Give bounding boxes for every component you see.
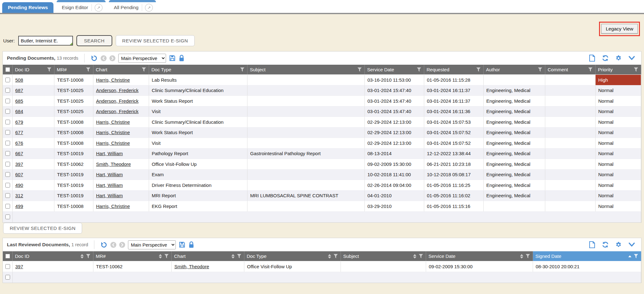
chart-link[interactable]: Harris, Christine xyxy=(96,130,130,135)
col-header-subject[interactable]: Subject xyxy=(247,65,364,75)
chart-link[interactable]: Harris, Christine xyxy=(96,140,130,146)
row-checkbox[interactable] xyxy=(5,120,10,124)
chart-link[interactable]: Hart, William xyxy=(96,182,123,188)
select-all-checkbox[interactable] xyxy=(5,254,10,259)
row-checkbox[interactable] xyxy=(5,172,10,177)
row-checkbox[interactable] xyxy=(5,215,10,219)
lock-icon[interactable] xyxy=(188,241,194,248)
col-header-subject[interactable]: Subject xyxy=(341,251,426,261)
row-checkbox-cell xyxy=(3,85,12,96)
perspective-select[interactable]: Main Perspective xyxy=(128,240,176,249)
row-checkbox[interactable] xyxy=(5,141,10,145)
chart-link[interactable]: Hart, William xyxy=(96,151,123,156)
col-header-service-date[interactable]: Service Date xyxy=(364,65,424,75)
col-header-signed-date[interactable]: Signed Date xyxy=(533,251,641,261)
save-perspective-icon[interactable] xyxy=(179,241,186,248)
row-checkbox[interactable] xyxy=(5,109,10,114)
table-row: 490TEST-10019Hart, WilliamDriver Fitness… xyxy=(3,180,641,191)
undo-icon[interactable] xyxy=(100,241,108,248)
new-document-icon[interactable] xyxy=(589,241,596,248)
collapse-chevron-icon[interactable] xyxy=(628,242,636,248)
chart-link[interactable]: Smith, Theodore xyxy=(175,264,209,269)
doc-id-link[interactable]: 312 xyxy=(15,193,23,198)
doc-id-link[interactable]: 679 xyxy=(15,119,23,125)
col-header-doc-type[interactable]: Doc Type xyxy=(149,65,247,75)
prev-perspective-icon[interactable] xyxy=(101,55,107,61)
tab-pending-reviews[interactable]: Pending Reviews xyxy=(2,2,53,13)
chart-link[interactable]: Hart, William xyxy=(96,172,123,177)
lock-icon[interactable] xyxy=(179,55,185,62)
doc-id-link[interactable]: 677 xyxy=(15,130,23,135)
gear-icon[interactable] xyxy=(615,241,622,248)
doc-id-link[interactable]: 607 xyxy=(15,172,23,177)
col-header-chart[interactable]: Chart xyxy=(93,65,149,75)
tab-all-pending[interactable]: All Pending ↗ xyxy=(109,0,156,13)
col-header-doc-type[interactable]: Doc Type xyxy=(244,251,341,261)
row-checkbox[interactable] xyxy=(5,99,10,103)
priority-cell: High xyxy=(595,75,641,85)
doc-id-link[interactable]: 490 xyxy=(15,182,23,188)
new-document-icon[interactable] xyxy=(589,54,596,62)
undo-icon[interactable] xyxy=(91,55,98,62)
chart-link[interactable]: Anderson, Frederick xyxy=(96,109,139,114)
col-header-doc-id[interactable]: Doc ID xyxy=(12,65,54,75)
next-perspective-icon[interactable] xyxy=(109,55,115,61)
doc-id-link[interactable]: 508 xyxy=(15,77,23,83)
doc-id-link[interactable]: 676 xyxy=(15,140,23,146)
col-header-mr[interactable]: MR# xyxy=(93,251,171,261)
perspective-select[interactable]: Main Perspective xyxy=(118,54,166,63)
row-checkbox[interactable] xyxy=(5,130,10,135)
priority-cell: Normal xyxy=(595,180,641,191)
row-checkbox[interactable] xyxy=(5,183,10,188)
doc-id-link[interactable]: 687 xyxy=(15,88,23,93)
row-checkbox[interactable] xyxy=(5,151,10,156)
doc-id-link[interactable]: 397 xyxy=(15,161,23,167)
col-header-doc-id[interactable]: Doc ID xyxy=(12,251,93,261)
row-checkbox[interactable] xyxy=(5,162,10,166)
col-header-author[interactable]: Author xyxy=(483,65,545,75)
row-checkbox[interactable] xyxy=(5,193,10,198)
save-perspective-icon[interactable] xyxy=(169,55,176,62)
col-header-mr[interactable]: MR# xyxy=(54,65,93,75)
row-checkbox[interactable] xyxy=(5,264,10,269)
gear-icon[interactable] xyxy=(615,55,622,62)
doc-id-link[interactable]: 397 xyxy=(15,264,23,269)
row-checkbox[interactable] xyxy=(5,88,10,93)
col-header-priority[interactable]: Priority xyxy=(595,65,641,75)
row-checkbox[interactable] xyxy=(5,78,10,82)
chart-link[interactable]: Anderson, Frederick xyxy=(96,98,139,104)
filter-icon xyxy=(142,67,146,72)
next-perspective-icon[interactable] xyxy=(119,242,125,248)
user-input[interactable] xyxy=(18,36,73,46)
prev-perspective-icon[interactable] xyxy=(110,242,116,248)
doc-id-link[interactable]: 684 xyxy=(15,109,23,114)
row-checkbox[interactable] xyxy=(5,275,10,280)
chart-link[interactable]: Harris, Christine xyxy=(96,119,130,125)
tab-esign-editor[interactable]: Esign Editor ↗ xyxy=(57,0,106,13)
service-date-cell: 10-02-2018 11:41:00 xyxy=(364,169,424,180)
external-link-icon[interactable]: ↗ xyxy=(95,4,103,12)
doc-id-link[interactable]: 685 xyxy=(15,98,23,104)
service-date-cell: 09-02-2009 15:30:00 xyxy=(364,159,424,170)
col-header-requested[interactable]: Requested xyxy=(424,65,483,75)
collapse-chevron-icon[interactable] xyxy=(628,55,636,61)
refresh-icon[interactable] xyxy=(602,241,609,248)
chart-link[interactable]: Hart, William xyxy=(96,193,123,198)
legacy-view-button[interactable]: Legacy View xyxy=(601,24,638,34)
search-button[interactable]: SEARCH xyxy=(76,35,112,46)
review-selected-esign-button-bottom[interactable]: REVIEW SELECTED E-SIGN xyxy=(3,223,82,234)
col-header-service-date[interactable]: Service Date xyxy=(426,251,533,261)
chart-link[interactable]: Anderson, Frederick xyxy=(96,88,139,93)
review-selected-esign-button-top[interactable]: REVIEW SELECTED E-SIGN xyxy=(116,35,195,46)
chart-link[interactable]: Smith, Theodore xyxy=(96,161,131,167)
chart-link[interactable]: Harris, Christine xyxy=(96,204,130,209)
row-checkbox[interactable] xyxy=(5,204,10,209)
external-link-icon[interactable]: ↗ xyxy=(145,4,153,12)
col-header-comment[interactable]: Comment xyxy=(545,65,595,75)
select-all-checkbox[interactable] xyxy=(5,67,10,72)
chart-link[interactable]: Harris, Christine xyxy=(96,77,130,83)
doc-id-link[interactable]: 667 xyxy=(15,151,23,156)
refresh-icon[interactable] xyxy=(602,54,609,62)
col-header-chart[interactable]: Chart xyxy=(171,251,244,261)
doc-id-link[interactable]: 499 xyxy=(15,204,23,209)
